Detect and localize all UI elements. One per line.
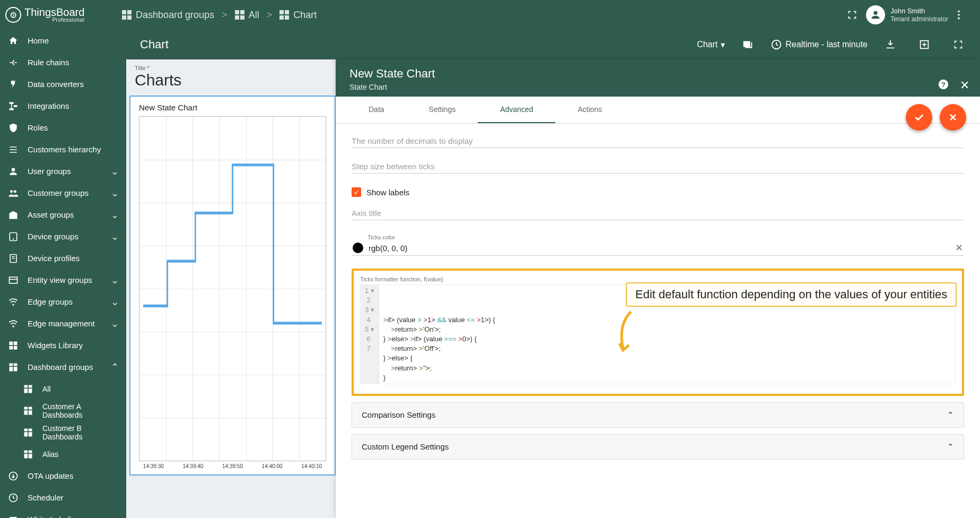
widgets-icon: [7, 340, 19, 351]
chevron-down-icon: ⌄: [111, 187, 119, 199]
breadcrumb-all[interactable]: All: [235, 10, 259, 21]
sidebar-item-device-profiles[interactable]: Device profiles: [0, 247, 126, 269]
svg-rect-30: [29, 450, 32, 453]
panel-header: New State Chart State Chart ? ✕: [336, 59, 980, 97]
sidebar-item-roles[interactable]: Roles: [0, 117, 126, 139]
comparison-settings-accordion[interactable]: Comparison Settings ⌃: [352, 402, 964, 428]
sidebar-item-widgets-library[interactable]: Widgets Library: [0, 334, 126, 356]
svg-rect-20: [29, 388, 32, 393]
dash-icon: [22, 448, 34, 460]
svg-rect-15: [10, 367, 13, 371]
apply-button[interactable]: [906, 104, 932, 131]
sidebar-item-customer-groups[interactable]: Customer groups⌄: [0, 182, 126, 204]
help-icon[interactable]: ?: [938, 79, 949, 93]
chevron-down-icon: ⌄: [111, 166, 119, 177]
svg-point-2: [958, 18, 960, 20]
sidebar-item-customer-b-dashboards[interactable]: Customer B Dashboards: [0, 421, 126, 443]
timewindow-button[interactable]: Realtime - last minute: [771, 39, 868, 50]
tab-actions[interactable]: Actions: [555, 97, 624, 123]
sidebar-item-alias[interactable]: Alias: [0, 443, 126, 465]
fullscreen-icon[interactable]: [842, 4, 863, 25]
chart-x-ticks: 14:39:3014:39:4014:39:5014:40:0014:40:10: [134, 461, 331, 469]
checkbox-icon: ✓: [352, 187, 361, 197]
chart-select[interactable]: Chart ▾: [697, 40, 725, 50]
svg-point-4: [13, 238, 14, 239]
breadcrumb-chart[interactable]: Chart: [279, 10, 317, 21]
svg-rect-10: [14, 341, 18, 345]
sidebar-item-customers-hierarchy[interactable]: Customers hierarchy: [0, 139, 126, 160]
x-tick: 14:40:10: [301, 463, 322, 469]
export-icon[interactable]: [913, 33, 935, 56]
svg-point-1: [958, 14, 960, 16]
svg-rect-24: [29, 410, 32, 415]
tab-settings[interactable]: Settings: [407, 97, 478, 123]
show-labels-checkbox[interactable]: ✓ Show labels: [352, 187, 964, 197]
breadcrumb-dashboard-groups[interactable]: Dashboard groups: [122, 10, 214, 21]
step-size-field[interactable]: Step size between ticks: [352, 162, 964, 174]
svg-rect-14: [14, 363, 18, 366]
layers-icon[interactable]: [737, 33, 759, 56]
widget-title: New State Chart: [134, 102, 331, 116]
svg-rect-6: [10, 277, 18, 283]
svg-rect-25: [24, 428, 28, 431]
tab-advanced[interactable]: Advanced: [478, 97, 555, 123]
svg-rect-13: [10, 363, 13, 366]
sidebar-item-entity-view-groups[interactable]: Entity view groups⌄: [0, 269, 126, 291]
sidebar-item-rule-chains[interactable]: Rule chains: [0, 51, 126, 73]
svg-rect-12: [14, 346, 18, 349]
svg-rect-18: [29, 385, 32, 387]
person-icon: [7, 166, 19, 177]
sidebar-item-home[interactable]: Home: [0, 30, 126, 51]
dash-icon: [22, 427, 34, 438]
user-menu[interactable]: John Smith Tenant administrator: [866, 5, 948, 24]
breadcrumb-sep: >: [267, 10, 273, 21]
sidebar-item-scheduler[interactable]: Scheduler: [0, 487, 126, 508]
close-icon[interactable]: ✕: [960, 79, 969, 93]
sidebar-item-user-groups[interactable]: User groups⌄: [0, 160, 126, 182]
sidebar-item-ota-updates[interactable]: OTA updates: [0, 465, 126, 487]
home-icon: [7, 35, 19, 47]
sidebar-item-integrations[interactable]: Integrations: [0, 95, 126, 117]
x-tick: 14:39:50: [222, 463, 243, 469]
sidebar-item-all[interactable]: All: [0, 378, 126, 400]
axis-title-field[interactable]: Axis title: [352, 209, 964, 220]
svg-rect-23: [24, 410, 28, 415]
profile-icon: [7, 253, 19, 264]
sidebar-item-white-labeling[interactable]: White Labeling⌄: [0, 508, 126, 518]
chevron-up-icon: ⌃: [111, 361, 119, 373]
sched-icon: [7, 492, 19, 504]
sidebar-item-data-converters[interactable]: Data converters: [0, 73, 126, 95]
download-icon[interactable]: [879, 33, 902, 56]
user-role: Tenant administrator: [890, 15, 948, 23]
breadcrumb-sep: >: [222, 10, 228, 21]
sidebar-item-edge-groups[interactable]: Edge groups⌄: [0, 291, 126, 313]
bundle-title: Charts: [129, 71, 336, 96]
svg-rect-9: [10, 341, 13, 345]
sidebar-item-asset-groups[interactable]: Asset groups⌄: [0, 204, 126, 226]
sidebar-item-customer-a-dashboards[interactable]: Customer A Dashboards: [0, 400, 126, 421]
chevron-up-icon: ⌃: [947, 442, 954, 452]
entity-icon: [7, 274, 19, 286]
svg-rect-31: [24, 454, 28, 458]
more-icon[interactable]: [948, 4, 969, 25]
device-icon: [7, 231, 19, 243]
sidebar: HomeRule chainsData convertersIntegratio…: [0, 30, 126, 518]
fullscreen-icon[interactable]: [947, 33, 969, 56]
panel-title: New State Chart: [349, 67, 966, 81]
sub-header: Chart Chart ▾ Realtime - last minute: [126, 30, 980, 59]
clear-icon[interactable]: ✕: [955, 242, 963, 254]
svg-rect-16: [14, 367, 18, 371]
chevron-up-icon: ⌃: [947, 410, 954, 420]
sidebar-item-edge-management[interactable]: Edge management⌄: [0, 313, 126, 334]
cancel-button[interactable]: [940, 104, 966, 131]
decimals-field[interactable]: The number of decimals to display: [352, 136, 964, 148]
tab-data[interactable]: Data: [346, 97, 407, 123]
custom-legend-settings-accordion[interactable]: Custom Legend Settings ⌃: [352, 434, 964, 460]
sidebar-item-device-groups[interactable]: Device groups⌄: [0, 226, 126, 247]
ticks-color-field[interactable]: Ticks color rgb(0, 0, 0) ✕: [352, 234, 964, 256]
widget-card[interactable]: New State Chart 14:39:3014:39:4014:39:50…: [129, 96, 336, 476]
brand-edition: Professional: [24, 18, 84, 23]
wl-icon: [7, 514, 19, 519]
people-icon: [7, 187, 19, 199]
sidebar-item-dashboard-groups[interactable]: Dashboard groups⌃: [0, 356, 126, 378]
